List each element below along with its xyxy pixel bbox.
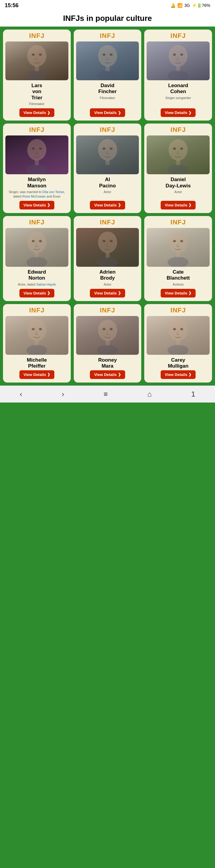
status-bar: 15:56 🔔 📶 3G ⚡🔋76%	[0, 0, 215, 11]
svg-point-42	[180, 240, 183, 242]
face-svg-edward	[5, 228, 68, 267]
face-svg-adrien	[76, 228, 139, 267]
card-name-david: DavidFincher	[98, 83, 117, 95]
view-details-btn-leonard[interactable]: View Details	[161, 108, 196, 117]
card-name-marilyn: MarilynManson	[27, 177, 46, 189]
card-name-adrien: AdrienBrody	[99, 269, 116, 281]
svg-point-27	[180, 147, 183, 150]
card-name-carey: CareyMulligan	[168, 357, 188, 369]
svg-point-52	[110, 328, 113, 330]
svg-point-34	[26, 257, 47, 267]
view-details-btn-david[interactable]: View Details	[90, 108, 125, 117]
forward-button[interactable]: ›	[57, 389, 69, 400]
card-photo-david	[76, 41, 139, 80]
back-button[interactable]: ‹	[15, 389, 27, 400]
card-type-lars: INFJ	[29, 32, 44, 40]
svg-point-41	[173, 240, 176, 242]
notification-icon: 🔔	[171, 3, 176, 8]
card-photo-rooney	[76, 316, 139, 355]
svg-point-24	[97, 164, 118, 174]
svg-point-6	[102, 54, 105, 56]
card-rooney: INFJ Rooney	[74, 304, 142, 382]
svg-point-7	[110, 54, 113, 56]
home-button[interactable]: ⌂	[143, 389, 156, 400]
svg-point-49	[26, 345, 47, 355]
face-svg-carey	[147, 316, 210, 355]
svg-point-47	[39, 328, 42, 330]
card-subtitle-lars: Filmmaker	[29, 102, 44, 106]
card-photo-marilyn	[5, 135, 68, 174]
card-type-michelle: INFJ	[29, 306, 44, 314]
view-details-btn-michelle[interactable]: View Details	[20, 370, 55, 379]
card-name-leonard: LeonardCohen	[168, 83, 188, 95]
svg-point-46	[32, 328, 35, 330]
card-name-michelle: MichellePfeiffer	[27, 357, 47, 369]
card-type-daniel: INFJ	[171, 126, 186, 134]
svg-point-17	[39, 147, 42, 150]
face-svg-leonard	[147, 41, 210, 80]
card-name-edward: EdwardNorton	[28, 269, 46, 281]
card-photo-lars	[5, 41, 68, 80]
card-photo-edward	[5, 228, 68, 267]
card-leonard: INFJ Leonar	[144, 30, 212, 121]
svg-point-54	[97, 345, 118, 355]
svg-point-12	[180, 54, 183, 56]
view-details-btn-al[interactable]: View Details	[90, 201, 125, 210]
svg-point-2	[39, 54, 42, 56]
view-details-btn-adrien[interactable]: View Details	[90, 289, 125, 298]
card-subtitle-adrien: Actor	[103, 282, 112, 286]
card-photo-carey	[147, 316, 210, 355]
card-type-leonard: INFJ	[171, 32, 186, 40]
card-subtitle-al: Actor	[103, 190, 112, 194]
card-al: INFJ AlPaci	[74, 124, 142, 213]
view-details-btn-carey[interactable]: View Details	[161, 370, 196, 379]
svg-point-21	[102, 147, 105, 150]
bottom-nav: ‹ › ≡ ⌂ 1	[0, 385, 215, 403]
view-details-btn-daniel[interactable]: View Details	[161, 201, 196, 210]
card-type-rooney: INFJ	[100, 306, 115, 314]
card-carey: INFJ CareyM	[144, 304, 212, 382]
svg-point-29	[168, 164, 189, 174]
view-details-btn-marilyn[interactable]: View Details	[20, 201, 55, 210]
card-name-rooney: RooneyMara	[98, 357, 117, 369]
face-svg-lars	[5, 41, 68, 80]
card-photo-adrien	[76, 228, 139, 267]
svg-point-44	[168, 257, 189, 267]
wifi-icon: 📶	[177, 3, 182, 8]
view-details-btn-cate[interactable]: View Details	[161, 289, 196, 298]
svg-point-14	[168, 70, 189, 80]
card-michelle: INFJ Michel	[3, 304, 71, 382]
svg-point-22	[110, 147, 113, 150]
view-details-btn-edward[interactable]: View Details	[20, 289, 55, 298]
card-type-cate: INFJ	[171, 218, 186, 226]
card-subtitle-david: Filmmaker	[100, 96, 115, 100]
card-type-carey: INFJ	[171, 306, 186, 314]
svg-point-56	[173, 328, 176, 330]
card-name-daniel: DanielDay-Lewis	[166, 177, 191, 189]
card-marilyn: INFJ Marily	[3, 124, 71, 213]
face-svg-daniel	[147, 135, 210, 174]
svg-point-26	[173, 147, 176, 150]
card-name-al: AlPacino	[99, 177, 116, 189]
card-subtitle-leonard: Singer-songwriter	[165, 96, 191, 100]
card-subtitle-marilyn: Singer, was married to Dita von Teese, d…	[5, 190, 68, 198]
view-details-btn-lars[interactable]: View Details	[20, 108, 55, 117]
card-subtitle-edward: Actor, dated Salma Hayek	[18, 282, 56, 286]
card-type-edward: INFJ	[29, 218, 44, 226]
card-adrien: INFJ Adrien	[74, 216, 142, 301]
menu-button[interactable]: ≡	[99, 389, 113, 400]
card-name-cate: CateBlanchett	[166, 269, 190, 281]
card-photo-leonard	[147, 41, 210, 80]
svg-point-59	[168, 345, 189, 355]
face-svg-al	[76, 135, 139, 174]
card-photo-al	[76, 135, 139, 174]
tab-button[interactable]: 1	[186, 389, 200, 400]
battery-icon: ⚡🔋76%	[192, 3, 210, 8]
card-photo-cate	[147, 228, 210, 267]
page-title: INFJs in popular culture	[0, 11, 215, 27]
svg-point-36	[102, 240, 105, 242]
face-svg-marilyn	[5, 135, 68, 174]
svg-point-4	[26, 70, 47, 80]
card-subtitle-daniel: Actor	[174, 190, 182, 194]
view-details-btn-rooney[interactable]: View Details	[90, 370, 125, 379]
